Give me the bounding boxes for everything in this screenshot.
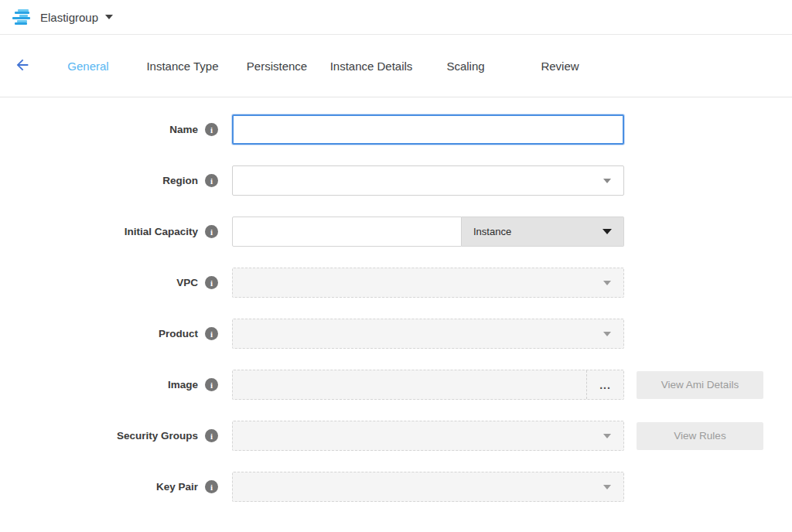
wizard-tab-bar: General Instance Type Persistence Instan… — [0, 35, 792, 97]
chevron-down-icon — [603, 485, 611, 489]
key-pair-select — [232, 472, 624, 502]
form-row-security-groups: Security Groups i View Rules — [0, 421, 792, 451]
view-ami-details-button[interactable]: View Ami Details — [637, 371, 763, 399]
chevron-down-icon — [603, 332, 611, 336]
info-icon[interactable]: i — [205, 327, 218, 340]
product-select — [232, 319, 624, 349]
app-switcher-caret-icon[interactable] — [105, 15, 113, 19]
back-arrow-icon[interactable] — [14, 56, 32, 75]
tab-instance-type[interactable]: Instance Type — [135, 60, 230, 73]
form-row-vpc: VPC i — [0, 268, 792, 298]
key-pair-label: Key Pair — [156, 481, 198, 493]
elastigroup-logo-icon — [12, 9, 32, 26]
view-rules-button[interactable]: View Rules — [637, 422, 763, 450]
info-icon[interactable]: i — [205, 378, 218, 391]
initial-capacity-input[interactable] — [232, 217, 462, 247]
capacity-unit-value: Instance — [473, 226, 511, 237]
image-browse-button[interactable]: ... — [586, 370, 623, 399]
info-icon[interactable]: i — [205, 480, 218, 493]
form-row-key-pair: Key Pair i — [0, 472, 792, 502]
name-input[interactable] — [232, 114, 624, 145]
capacity-unit-select[interactable]: Instance — [462, 217, 624, 247]
image-label: Image — [168, 379, 198, 390]
info-icon[interactable]: i — [205, 174, 218, 187]
info-icon[interactable]: i — [205, 276, 218, 289]
form-row-product: Product i — [0, 319, 792, 349]
security-groups-label: Security Groups — [117, 430, 198, 442]
image-input: ... — [232, 370, 624, 400]
info-icon[interactable]: i — [205, 123, 218, 136]
form-row-name: Name i — [0, 114, 792, 145]
chevron-down-icon — [603, 434, 611, 438]
tab-list: General Instance Type Persistence Instan… — [41, 60, 607, 73]
security-groups-select — [232, 421, 624, 451]
region-label: Region — [162, 175, 198, 186]
tab-general[interactable]: General — [41, 60, 135, 73]
tab-scaling[interactable]: Scaling — [418, 60, 513, 73]
initial-capacity-label: Initial Capacity — [125, 226, 198, 237]
chevron-down-icon — [603, 281, 611, 285]
chevron-down-icon — [603, 229, 612, 234]
form-row-image: Image i ... View Ami Details — [0, 370, 792, 400]
vpc-label: VPC — [176, 277, 198, 288]
general-settings-form: Name i Region i Initial Capacity i — [0, 97, 792, 502]
product-label: Product — [159, 328, 198, 339]
form-row-region: Region i — [0, 165, 792, 196]
info-icon[interactable]: i — [205, 225, 218, 238]
chevron-down-icon — [603, 179, 611, 183]
tab-review[interactable]: Review — [513, 60, 607, 73]
region-select[interactable] — [232, 165, 624, 196]
vpc-select — [232, 268, 624, 298]
tab-persistence[interactable]: Persistence — [230, 60, 324, 73]
info-icon[interactable]: i — [205, 429, 218, 442]
tab-instance-details[interactable]: Instance Details — [324, 60, 418, 73]
name-label: Name — [169, 124, 198, 135]
top-app-bar: Elastigroup — [0, 0, 792, 35]
form-row-initial-capacity: Initial Capacity i Instance — [0, 217, 792, 247]
app-name[interactable]: Elastigroup — [40, 11, 98, 24]
